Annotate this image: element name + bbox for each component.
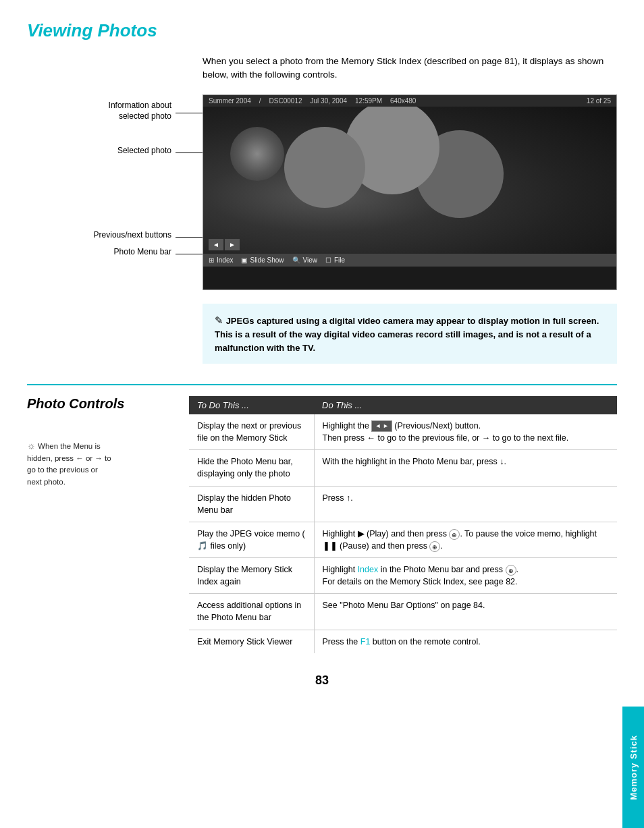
table-cell-todo-7: Exit Memory Stick Viewer — [189, 630, 314, 653]
callout-selected-photo-text: Selected photo — [117, 145, 171, 157]
nav-inline-buttons: ◄ ► — [371, 420, 392, 432]
f1-cyan-text: F1 — [360, 637, 371, 646]
svg-point-7 — [538, 113, 616, 181]
photo-time: 12:59PM — [355, 97, 382, 105]
callout-line-1 — [176, 113, 203, 113]
table-row: Play the JPEG voice memo ( 🎵 files only)… — [189, 522, 617, 557]
photo-menu-bar: ⊞ Index ▣ Slide Show 🔍 View ☐ File — [203, 254, 616, 267]
table-cell-todo-4: Play the JPEG voice memo ( 🎵 files only) — [189, 522, 314, 557]
svg-point-1 — [217, 161, 298, 228]
svg-point-14 — [259, 196, 304, 233]
then-press-text: Then press ← to go to the previous file,… — [323, 433, 569, 443]
table-cell-dothis-6: See "Photo Menu Bar Options" on page 84. — [314, 594, 617, 630]
callout-line-2 — [176, 153, 203, 153]
page-title: Viewing Photos — [27, 20, 617, 41]
table-header-col1: To Do This ... — [189, 396, 314, 414]
svg-point-12 — [212, 196, 257, 233]
photo-controls-left: Photo Controls ☼ When the Menu ishidden,… — [27, 396, 176, 653]
sun-icon: ☼ — [27, 440, 36, 451]
photo-image-area: 🖨 x2 🔒 ◄ ► — [203, 107, 616, 254]
photo-viewer-section: Information about selected photo Selecte… — [27, 94, 617, 290]
grid-icon: ⊞ — [209, 256, 214, 264]
callout-prev-next: Previous/next buttons — [27, 229, 203, 241]
callout-menu-bar: Photo Menu bar — [27, 246, 203, 258]
next-button[interactable]: ► — [225, 239, 240, 250]
slideshow-icon: ▣ — [241, 256, 247, 264]
svg-point-3 — [325, 120, 433, 201]
photo-display: Summer 2004 / DSC00012 Jul 30, 2004 12:5… — [203, 94, 617, 290]
table-row: Display the hidden Photo Menu bar Press … — [189, 486, 617, 522]
page-number: 83 — [27, 673, 617, 688]
callout-menu-bar-text: Photo Menu bar — [114, 246, 171, 258]
table-row: Exit Memory Stick Viewer Press the F1 bu… — [189, 630, 617, 653]
table-cell-dothis-3: Press ↑. — [314, 486, 617, 522]
svg-point-11 — [209, 155, 254, 193]
svg-point-13 — [259, 155, 304, 193]
photo-filename: DSC00012 — [269, 97, 302, 105]
file-label: File — [334, 256, 345, 264]
photo-top-bar-left: Summer 2004 / DSC00012 Jul 30, 2004 12:5… — [209, 97, 416, 105]
photo-resolution: 640x480 — [390, 97, 416, 105]
controls-table: To Do This ... Do This ... Display the n… — [189, 396, 617, 653]
table-cell-dothis-1: Highlight the ◄ ► (Previous/Next) button… — [314, 414, 617, 450]
photo-nav-buttons: ◄ ► — [209, 239, 240, 250]
table-cell-dothis-4: Highlight ▶ (Play) and then press ⊕. To … — [314, 522, 617, 557]
table-row: Hide the Photo Menu bar, displaying only… — [189, 450, 617, 486]
table-cell-todo-5: Display the Memory Stick Index again — [189, 558, 314, 594]
intro-text: When you select a photo from the Memory … — [203, 55, 617, 82]
photo-date: Jul 30, 2004 — [311, 97, 348, 105]
section-divider — [27, 384, 617, 385]
svg-point-6 — [495, 193, 533, 223]
file-icon: ☐ — [325, 256, 331, 264]
photo-top-bar: Summer 2004 / DSC00012 Jul 30, 2004 12:5… — [203, 95, 616, 107]
page-container: Viewing Photos When you select a photo f… — [0, 0, 644, 828]
callout-selected-photo: Selected photo — [27, 145, 203, 157]
callout-info-about: Information about selected photo — [27, 100, 203, 121]
slideshow-label: Slide Show — [250, 256, 284, 264]
svg-point-9 — [394, 174, 419, 188]
photo-controls-section: Photo Controls ☼ When the Menu ishidden,… — [27, 396, 617, 653]
memory-stick-tab-label: Memory Stick — [628, 735, 639, 800]
table-cell-todo-6: Access additional options in the Photo M… — [189, 594, 314, 630]
menu-item-view[interactable]: 🔍 View — [292, 256, 318, 264]
svg-point-8 — [564, 134, 599, 161]
svg-point-4 — [359, 144, 400, 177]
press-text: Press — [323, 493, 344, 503]
memory-stick-tab: Memory Stick — [622, 707, 644, 828]
note-box: ✎ JPEGs captured using a digital video c… — [203, 304, 617, 364]
photo-count: 12 of 25 — [587, 97, 611, 105]
photo-controls-note-text: When the Menu ishidden, press ← or → tog… — [27, 442, 111, 486]
table-header-row: To Do This ... Do This ... — [189, 396, 617, 414]
menu-item-index[interactable]: ⊞ Index — [209, 256, 233, 264]
enter-button-icon: ⊕ — [449, 529, 460, 540]
table-header-col2: Do This ... — [314, 396, 617, 414]
photo-svg: 🖨 x2 🔒 — [203, 107, 616, 254]
note-icon: ✎ — [215, 314, 223, 326]
view-icon: 🔍 — [292, 256, 300, 264]
table-cell-dothis-7: Press the F1 button on the remote contro… — [314, 630, 617, 653]
callout-info-about-text: Information about selected photo — [109, 100, 171, 121]
menu-item-file[interactable]: ☐ File — [325, 256, 345, 264]
svg-point-5 — [467, 171, 562, 245]
table-cell-todo-3: Display the hidden Photo Menu bar — [189, 486, 314, 522]
enter-button-icon-2: ⊕ — [429, 541, 440, 552]
photo-album: Summer 2004 — [209, 97, 251, 105]
callout-line-4 — [176, 254, 203, 254]
index-label: Index — [217, 256, 233, 264]
photo-controls-title: Photo Controls — [27, 396, 176, 412]
view-label: View — [303, 256, 318, 264]
enter-button-icon-3: ⊕ — [506, 565, 516, 576]
svg-point-10 — [411, 176, 422, 183]
table-row: Display the Memory Stick Index again Hig… — [189, 558, 617, 594]
photo-separator: / — [259, 97, 261, 105]
table-cell-todo-1: Display the next or previous file on the… — [189, 414, 314, 450]
table-cell-todo-2: Hide the Photo Menu bar, displaying only… — [189, 450, 314, 486]
prev-button[interactable]: ◄ — [209, 239, 223, 250]
menu-item-slideshow[interactable]: ▣ Slide Show — [241, 256, 284, 264]
highlight-text: Highlight — [323, 529, 356, 539]
photo-controls-note: ☼ When the Menu ishidden, press ← or → t… — [27, 439, 176, 488]
table-row: Display the next or previous file on the… — [189, 414, 617, 450]
callouts-left: Information about selected photo Selecte… — [27, 94, 203, 290]
svg-rect-0 — [203, 107, 616, 254]
index-cyan-text: Index — [358, 565, 379, 574]
